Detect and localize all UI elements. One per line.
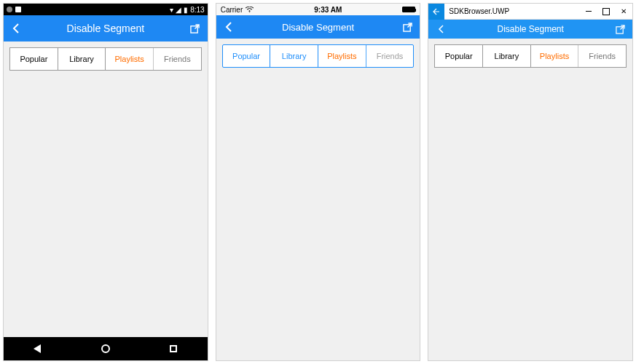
window-minimize-button[interactable]: [580, 4, 597, 20]
open-external-button[interactable]: [190, 24, 200, 33]
svg-point-1: [249, 11, 251, 12]
page-title: Disable Segment: [21, 23, 190, 34]
content-area: Popular Library Playlists Friends: [428, 39, 632, 360]
segment-label: Library: [69, 55, 94, 63]
app-header: Disable Segment: [4, 15, 208, 41]
open-external-icon: [190, 24, 200, 33]
segment-library[interactable]: Library: [270, 45, 318, 67]
window-maximize-button[interactable]: [597, 4, 615, 20]
segment-popular[interactable]: Popular: [10, 48, 58, 70]
segment-friends: Friends: [578, 45, 626, 67]
segment-label: Popular: [445, 52, 473, 60]
nav-home-button[interactable]: [101, 344, 110, 353]
segment-playlists[interactable]: Playlists: [530, 45, 578, 67]
back-button[interactable]: [224, 22, 234, 32]
wifi-icon: [246, 6, 254, 14]
open-external-button[interactable]: [402, 23, 412, 32]
segment-label: Library: [282, 52, 307, 60]
segment-friends: Friends: [366, 45, 414, 67]
content-area: Popular Library Playlists Friends: [4, 41, 208, 337]
segmented-control: Popular Library Playlists Friends: [434, 44, 627, 68]
open-external-icon: [403, 23, 412, 32]
window-close-button[interactable]: ✕: [615, 4, 632, 20]
status-time: 9:33 AM: [314, 6, 342, 14]
segment-label: Popular: [20, 55, 47, 63]
android-status-bar: ▾ ◢ ▮ 8:13: [4, 4, 208, 15]
segment-playlists[interactable]: Playlists: [105, 48, 153, 70]
app-header: Disable Segment: [428, 20, 632, 39]
segment-label: Friends: [164, 55, 191, 63]
uwp-device-frame: SDKBrowser.UWP ✕ Disable Segment Popular…: [428, 3, 633, 361]
segment-label: Library: [495, 52, 519, 60]
uwp-title-bar-wrap: SDKBrowser.UWP ✕: [428, 4, 632, 20]
segmented-control: Popular Library Playlists Friends: [222, 44, 415, 68]
uwp-title-bar: SDKBrowser.UWP ✕: [444, 4, 632, 20]
carrier-label: Carrier: [221, 6, 243, 14]
wifi-icon: ▾: [170, 6, 173, 14]
status-dot-icon: [7, 7, 12, 12]
app-header: Disable Segment: [216, 15, 420, 39]
segmented-control: Popular Library Playlists Friends: [9, 47, 202, 71]
ios-status-bar: Carrier 9:33 AM: [216, 4, 420, 15]
status-files-icon: [15, 7, 21, 12]
chevron-left-icon: [225, 22, 232, 32]
nav-back-button[interactable]: [34, 344, 41, 353]
page-title: Disable Segment: [234, 22, 403, 33]
app-name: SDKBrowser.UWP: [449, 7, 509, 15]
segment-library[interactable]: Library: [58, 48, 106, 70]
back-button[interactable]: [436, 24, 446, 34]
segment-popular[interactable]: Popular: [435, 45, 482, 67]
segment-popular[interactable]: Popular: [223, 45, 270, 67]
segment-library[interactable]: Library: [482, 45, 530, 67]
android-nav-bar: [4, 337, 208, 360]
ios-device-frame: Carrier 9:33 AM Disable Segment Popular …: [216, 3, 421, 361]
segment-label: Friends: [377, 52, 404, 60]
segment-label: Playlists: [327, 52, 356, 60]
status-time: 8:13: [190, 6, 204, 14]
battery-icon: ▮: [184, 6, 188, 14]
back-button[interactable]: [11, 23, 21, 33]
segment-playlists[interactable]: Playlists: [318, 45, 366, 67]
open-external-button[interactable]: [615, 25, 625, 34]
chevron-left-icon: [437, 24, 444, 34]
segment-friends: Friends: [153, 48, 201, 70]
arrow-left-icon: [433, 8, 440, 15]
chevron-left-icon: [12, 23, 20, 33]
page-title: Disable Segment: [446, 24, 615, 34]
segment-label: Friends: [589, 52, 616, 60]
titlebar-back-button[interactable]: [428, 4, 444, 20]
android-device-frame: ▾ ◢ ▮ 8:13 Disable Segment Popular Libra…: [3, 3, 208, 361]
segment-label: Playlists: [540, 52, 569, 60]
nav-recents-button[interactable]: [170, 345, 177, 352]
content-area: Popular Library Playlists Friends: [216, 39, 420, 360]
segment-label: Playlists: [115, 55, 144, 63]
open-external-icon: [616, 25, 625, 34]
battery-icon: [402, 7, 415, 12]
signal-icon: ◢: [176, 6, 181, 14]
segment-label: Popular: [232, 52, 260, 60]
